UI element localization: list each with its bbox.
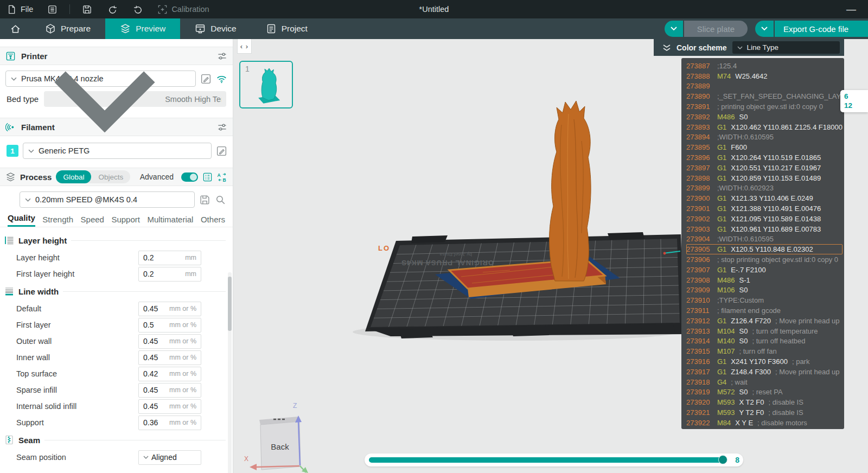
gcode-line[interactable]: 273903G1X120.961 Y110.689 E.00783	[686, 224, 844, 234]
parameter-table-icon[interactable]	[202, 172, 213, 182]
tab-device[interactable]: Device	[180, 18, 251, 39]
gcode-command: M486	[717, 276, 735, 284]
sidebar-collapse-button[interactable]: ‹ ›	[237, 39, 252, 54]
gcode-line[interactable]: 273892M486S0	[686, 112, 844, 122]
collapse-panel-icon[interactable]	[662, 44, 671, 52]
gcode-line[interactable]: 273906; stop printing object gev.stl id:…	[686, 254, 844, 265]
param-dropdown[interactable]: Aligned	[138, 450, 201, 465]
param-input[interactable]: 0.45mm or %	[138, 383, 201, 398]
process-tab-speed[interactable]: Speed	[81, 215, 104, 227]
export-gcode-button[interactable]: Export G-code file	[775, 21, 868, 37]
slice-dropdown-button[interactable]	[665, 21, 683, 37]
gcode-line[interactable]: 273920M593X T2 F0; disable IS	[686, 397, 844, 407]
gcode-line[interactable]: 273907G1E-.7 F2100	[686, 265, 844, 275]
gcode-line[interactable]: 273911; filament end gcode	[686, 305, 844, 316]
param-input[interactable]: 0.5mm or %	[138, 318, 201, 333]
gcode-line[interactable]: 273910;TYPE:Custom	[686, 295, 844, 305]
tab-prepare[interactable]: Prepare	[30, 18, 105, 39]
scope-global-button[interactable]: Global	[56, 170, 91, 183]
gcode-line[interactable]: 273921M593Y T2 F0; disable IS	[686, 407, 844, 418]
gcode-line[interactable]: 273890;_SET_FAN_SPEED_CHANGING_LAYER	[686, 91, 844, 101]
gcode-line[interactable]: 273909M106S0	[686, 285, 844, 296]
process-tab-quality[interactable]: Quality	[8, 213, 35, 227]
param-input[interactable]: 0.36mm or %	[138, 416, 201, 430]
gcode-viewer[interactable]: 273887;125.4273888M74W25.464227388927389…	[681, 58, 844, 429]
sidebar-scrollbar[interactable]	[228, 272, 232, 473]
minimize-button[interactable]: —	[834, 0, 868, 18]
gcode-line[interactable]: 273919M572S0; reset PA	[686, 387, 844, 398]
search-settings-icon[interactable]	[215, 194, 226, 206]
printer-tune-icon[interactable]	[217, 51, 227, 61]
gcode-line[interactable]: 273908M486S-1	[686, 275, 844, 285]
gcode-line[interactable]: 273914M140S0; turn off heatbed	[686, 336, 844, 347]
process-tab-support[interactable]: Support	[111, 215, 140, 227]
save-button[interactable]	[74, 0, 100, 18]
param-input[interactable]: 0.45mm or %	[138, 399, 201, 414]
filament-preset-select[interactable]: Generic PETG	[23, 143, 212, 159]
filament-tune-icon[interactable]	[217, 122, 227, 132]
gcode-line[interactable]: 273915M107; turn off fan	[686, 346, 844, 356]
gcode-line[interactable]: 273888M74W25.4642	[686, 71, 844, 81]
gcode-line[interactable]: 273917G1Z148.4 F300; Move print head up	[686, 367, 844, 377]
param-unit: mm	[185, 254, 196, 261]
gcode-line[interactable]: 273895G1F600	[686, 142, 844, 152]
calibration-button[interactable]: Calibration	[151, 0, 215, 18]
printer-connection-wifi-icon[interactable]	[216, 73, 227, 85]
gcode-line[interactable]: 273904;WIDTH:0.610595	[686, 234, 844, 245]
save-preset-icon[interactable]	[199, 194, 210, 206]
tab-project[interactable]: Project	[251, 18, 322, 39]
gcode-line[interactable]: 273913M104S0; turn off temperature	[686, 326, 844, 336]
process-preset-select[interactable]: 0.20mm SPEED @MK4S 0.4	[20, 191, 195, 208]
gcode-line[interactable]: 273893G1X120.462 Y110.861 Z125.4 F18000	[686, 122, 844, 132]
filament-slot-badge[interactable]: 1	[7, 145, 18, 157]
tab-preview[interactable]: Preview	[105, 18, 180, 39]
move-slider[interactable]: 8	[365, 453, 743, 466]
process-tab-multimaterial[interactable]: Multimaterial	[147, 215, 193, 227]
gcode-panel-header: Color scheme Line Type	[654, 39, 844, 56]
gcode-line[interactable]: 273891; printing object gev.stl id:0 cop…	[686, 101, 844, 112]
printer-edit-icon[interactable]	[200, 73, 212, 85]
slice-plate-button[interactable]: Slice plate	[684, 21, 748, 37]
gcode-line[interactable]: 273898G1X120.859 Y110.153 E.01489	[686, 173, 844, 183]
gcode-line[interactable]: 273889	[686, 81, 844, 92]
gcode-line[interactable]: 273918G4; wait	[686, 377, 844, 387]
export-dropdown-button[interactable]	[755, 21, 774, 37]
param-input[interactable]: 0.45mm or %	[138, 302, 201, 316]
gcode-line[interactable]: 273912G1Z126.4 F720; Move print head up	[686, 316, 844, 326]
param-input[interactable]: 0.45mm or %	[138, 350, 201, 365]
gcode-line[interactable]: 273900G1X121.33 Y110.406 E.0249	[686, 193, 844, 203]
file-menu[interactable]: File	[0, 0, 40, 18]
process-tab-strength[interactable]: Strength	[42, 215, 73, 227]
param-input[interactable]: 0.42mm or %	[138, 367, 201, 381]
undo-button[interactable]	[100, 0, 125, 18]
compare-presets-ab-icon[interactable]: AB	[217, 172, 227, 182]
param-input[interactable]: 0.45mm or %	[138, 334, 201, 349]
filament-edit-icon[interactable]	[216, 145, 227, 157]
move-slider-handle[interactable]	[718, 455, 727, 464]
gcode-line[interactable]: 273916G1X241 Y170 F3600; park	[686, 356, 844, 367]
scope-objects-button[interactable]: Objects	[91, 170, 130, 183]
gcode-line[interactable]: 273897G1X120.551 Y110.217 E.01967	[686, 163, 844, 173]
bed-type-select[interactable]: Smooth High Temp Plate	[44, 91, 226, 107]
gcode-command: M84	[717, 419, 731, 427]
process-tab-others[interactable]: Others	[201, 215, 225, 227]
redo-button[interactable]	[125, 0, 151, 18]
gcode-line[interactable]: 273922M84X Y E; disable motors	[686, 418, 844, 428]
view-type-select[interactable]: Line Type	[732, 41, 840, 54]
plate-thumbnail[interactable]: 1	[239, 61, 293, 108]
gcode-line[interactable]: 273901G1X121.388 Y110.491 E.00476	[686, 203, 844, 214]
gcode-line[interactable]: 273899;WIDTH:0.602923	[686, 183, 844, 194]
param-input[interactable]: 0.2mm	[138, 267, 201, 282]
gcode-line[interactable]: 273902G1X121.095 Y110.589 E.01438	[686, 214, 844, 224]
param-input[interactable]: 0.2mm	[138, 251, 201, 265]
gcode-line[interactable]: 273894;WIDTH:0.610595	[686, 132, 844, 143]
move-slider-track[interactable]	[369, 457, 727, 463]
navigation-cube[interactable]: Z Back X	[243, 397, 314, 473]
gcode-line[interactable]: 273905G1X120.5 Y110.848 E.02302	[686, 244, 843, 254]
advanced-toggle[interactable]	[181, 172, 198, 182]
gcode-line[interactable]: 273896G1X120.264 Y110.519 E.01865	[686, 152, 844, 163]
home-button[interactable]	[0, 18, 30, 39]
gcode-line[interactable]: 273887;125.4	[686, 61, 844, 71]
notes-button[interactable]	[40, 0, 65, 18]
scrollbar-thumb[interactable]	[228, 277, 232, 331]
